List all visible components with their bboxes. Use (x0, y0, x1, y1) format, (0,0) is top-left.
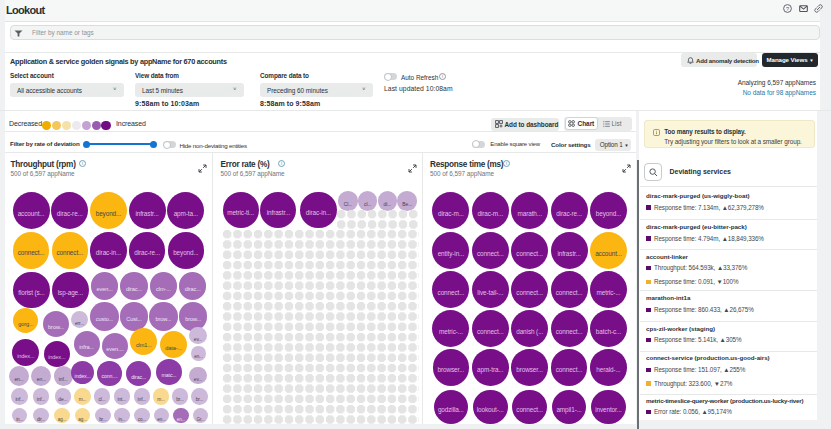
svg-text:i: i (505, 161, 506, 166)
svg-text:i: i (442, 74, 443, 79)
svg-text:i: i (82, 161, 83, 166)
svg-text:?: ? (786, 5, 789, 11)
svg-text:i: i (280, 161, 281, 166)
